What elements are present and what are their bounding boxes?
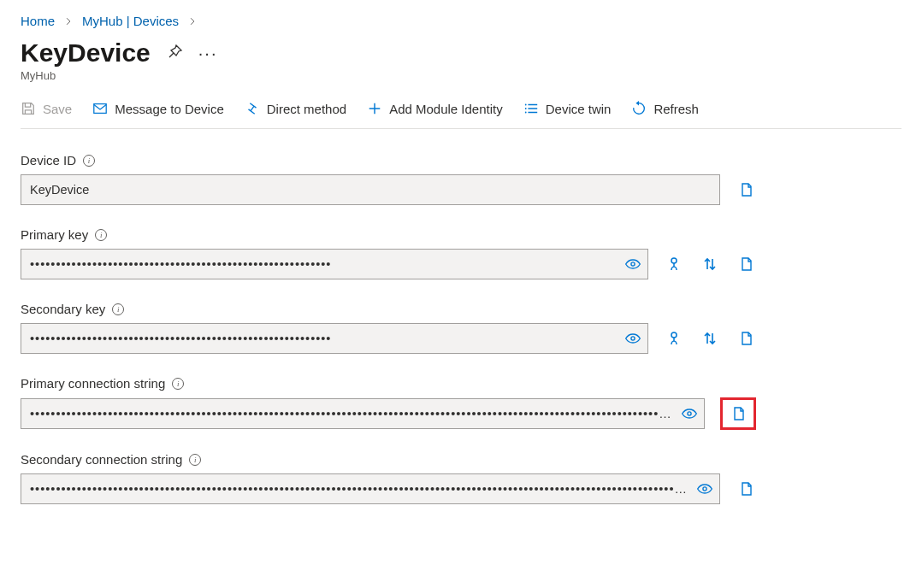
plus-icon [367,101,382,116]
secondary-connection-field: Secondary connection string i [21,452,756,504]
add-module-label: Add Module Identity [389,102,503,116]
add-module-button[interactable]: Add Module Identity [367,101,503,116]
device-id-input[interactable] [21,174,720,205]
secondary-connection-label: Secondary connection string [21,452,182,467]
chevron-right-icon [63,15,74,27]
twin-label: Device twin [546,102,612,116]
list-icon [523,101,539,116]
copy-secondary-connection-button[interactable] [736,479,756,499]
primary-key-label: Primary key [21,227,88,242]
highlight-copy-primary-connection [720,397,756,430]
info-icon[interactable]: i [95,229,107,241]
title-row: KeyDevice ··· [21,38,901,68]
secondary-key-input[interactable] [21,323,648,354]
refresh-icon [631,101,647,116]
primary-key-field: Primary key i [21,227,756,279]
device-form: Device ID i Primary key i Seconda [21,153,756,504]
more-button[interactable]: ··· [198,44,218,63]
regenerate-secondary-key-button[interactable] [664,328,684,349]
direct-method-button[interactable]: Direct method [245,101,346,116]
swap-primary-key-button[interactable] [700,254,720,274]
swap-secondary-key-button[interactable] [700,328,720,349]
save-label: Save [43,102,72,116]
regenerate-primary-key-button[interactable] [664,254,684,274]
info-icon[interactable]: i [172,378,184,390]
device-id-label: Device ID [21,153,76,168]
direct-label: Direct method [267,102,346,116]
chevron-right-icon [187,15,198,27]
device-twin-button[interactable]: Device twin [523,101,612,116]
show-primary-key-button[interactable] [624,256,641,273]
secondary-key-field: Secondary key i [21,302,756,354]
primary-connection-label: Primary connection string [21,376,165,391]
secondary-connection-input[interactable] [21,473,720,504]
message-label: Message to Device [115,102,224,116]
primary-connection-input[interactable] [21,398,705,429]
page-title: KeyDevice [21,38,151,68]
copy-primary-connection-button[interactable] [728,403,748,424]
secondary-key-label: Secondary key [21,302,105,316]
show-primary-connection-button[interactable] [681,405,698,422]
breadcrumb: Home MyHub | Devices [21,14,901,28]
page-subtitle: MyHub [21,69,901,82]
info-icon[interactable]: i [83,155,95,167]
mail-icon [92,101,108,116]
info-icon[interactable]: i [189,454,201,466]
pin-button[interactable] [166,44,183,63]
copy-device-id-button[interactable] [736,179,756,200]
toolbar: Save Message to Device Direct method Add… [21,96,901,129]
primary-connection-field: Primary connection string i [21,376,756,430]
copy-primary-key-button[interactable] [736,254,756,274]
breadcrumb-home[interactable]: Home [21,14,55,28]
info-icon[interactable]: i [112,303,124,315]
breadcrumb-parent[interactable]: MyHub | Devices [82,14,179,28]
primary-key-input[interactable] [21,249,648,279]
message-to-device-button[interactable]: Message to Device [92,101,224,116]
show-secondary-key-button[interactable] [624,330,641,347]
save-button: Save [21,101,72,116]
refresh-button[interactable]: Refresh [631,101,699,116]
copy-secondary-key-button[interactable] [736,328,756,349]
refresh-label: Refresh [653,102,699,116]
save-icon [21,101,36,116]
device-id-field: Device ID i [21,153,756,205]
direct-icon [245,101,260,116]
show-secondary-connection-button[interactable] [696,480,713,497]
